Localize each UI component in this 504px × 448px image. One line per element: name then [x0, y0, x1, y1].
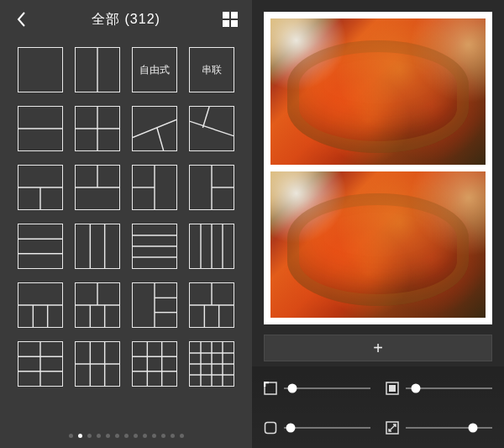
svg-line-6: [190, 121, 234, 135]
layout-3x3[interactable]: [132, 341, 177, 387]
page-dot[interactable]: [106, 434, 110, 438]
layout-4x4[interactable]: [189, 341, 234, 387]
inner-border-icon: [386, 382, 399, 395]
collage-slot-1[interactable]: [270, 18, 486, 165]
page-dot[interactable]: [134, 434, 138, 438]
page-dot[interactable]: [180, 434, 184, 438]
preview-panel: +: [252, 0, 504, 448]
page-dot[interactable]: [97, 434, 101, 438]
layout-1x3h[interactable]: [18, 224, 63, 269]
layout-1top-2bot[interactable]: [75, 282, 120, 328]
layout-2x3[interactable]: [18, 341, 63, 387]
svg-line-5: [157, 128, 164, 150]
layout-1x2h[interactable]: [18, 106, 63, 151]
page-title: 全部 (312): [92, 11, 160, 29]
page-dot[interactable]: [115, 434, 119, 438]
back-button[interactable]: [12, 9, 32, 29]
layout-t-right[interactable]: [189, 165, 234, 210]
layout-1x4h[interactable]: [132, 224, 177, 269]
outer-border-icon: [264, 382, 277, 395]
outer-border-slider[interactable]: [264, 375, 370, 403]
layout-mixed[interactable]: [189, 282, 234, 328]
layout-diag2[interactable]: [189, 106, 234, 151]
layout-t-bottom[interactable]: [75, 165, 120, 210]
inner-border-slider[interactable]: [386, 375, 492, 403]
page-dot[interactable]: [78, 434, 82, 438]
layout-3x2[interactable]: [75, 341, 120, 387]
layout-freestyle[interactable]: 自由式: [132, 47, 177, 92]
page-dot[interactable]: [171, 434, 175, 438]
pagination-dots: [0, 423, 252, 448]
collage-canvas[interactable]: [264, 12, 492, 324]
svg-rect-56: [265, 382, 276, 394]
layout-1x1[interactable]: [18, 47, 63, 92]
corner-radius-slider[interactable]: [264, 414, 370, 442]
grid-view-toggle[interactable]: [220, 9, 240, 29]
layout-2top-1bot[interactable]: [18, 282, 63, 328]
layout-1x4v[interactable]: [189, 224, 234, 269]
svg-rect-58: [389, 385, 396, 392]
aspect-ratio-icon: [386, 421, 399, 435]
layout-t-left[interactable]: [132, 165, 177, 210]
add-photo-button[interactable]: +: [264, 335, 492, 361]
chevron-left-icon: [16, 11, 28, 28]
plus-icon: +: [373, 339, 383, 358]
layout-diag1[interactable]: [132, 106, 177, 151]
collage-slot-2[interactable]: [270, 171, 486, 318]
layout-1x3v[interactable]: [75, 224, 120, 269]
corner-radius-icon: [264, 421, 277, 435]
slider-thumb[interactable]: [286, 423, 296, 432]
layout-2x2[interactable]: [75, 106, 120, 151]
page-dot[interactable]: [143, 434, 147, 438]
page-dot[interactable]: [69, 434, 73, 438]
layout-1x2v[interactable]: [75, 47, 120, 92]
page-dot[interactable]: [161, 434, 165, 438]
layout-panel: 全部 (312) 自由式 串联: [0, 0, 252, 448]
svg-line-7: [202, 107, 209, 128]
slider-thumb[interactable]: [469, 423, 478, 432]
slider-thumb[interactable]: [288, 384, 297, 393]
page-dot[interactable]: [124, 434, 129, 438]
slider-thumb[interactable]: [412, 384, 421, 393]
layout-serial[interactable]: 串联: [189, 47, 234, 92]
header: 全部 (312): [0, 0, 252, 39]
page-dot[interactable]: [87, 434, 92, 438]
layout-l-shape[interactable]: [132, 282, 177, 328]
aspect-ratio-slider[interactable]: [386, 414, 492, 442]
svg-line-4: [133, 119, 176, 137]
page-dot[interactable]: [152, 434, 156, 438]
layout-t-top[interactable]: [18, 165, 63, 210]
svg-rect-59: [265, 422, 276, 433]
slider-controls: [252, 366, 504, 448]
layout-grid: 自由式 串联: [0, 39, 252, 423]
